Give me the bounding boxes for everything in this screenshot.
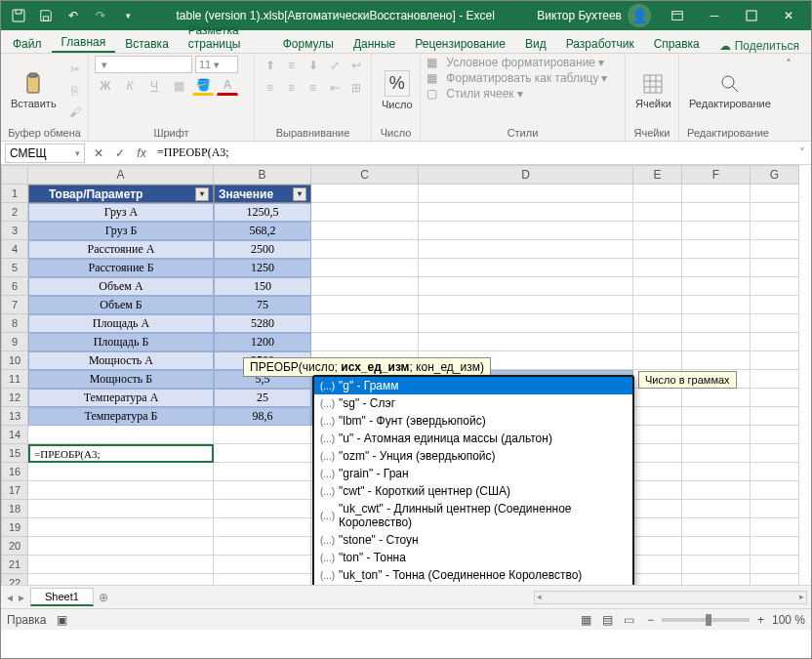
row-header[interactable]: 19 [1,518,28,537]
copy-icon[interactable]: ⎘ [64,81,86,101]
dropdown-item[interactable]: (...)"cwt" - Короткий центнер (США) [314,482,632,500]
cell[interactable] [682,537,751,556]
add-sheet-icon[interactable]: ⊕ [94,591,113,604]
cell[interactable] [682,203,751,222]
cell[interactable] [311,240,419,259]
cell[interactable] [682,222,751,240]
cell[interactable] [751,277,799,296]
col-header-g[interactable]: G [751,165,799,185]
cell[interactable] [633,222,682,240]
cell[interactable]: 5280 [214,314,311,333]
cell[interactable] [28,556,214,574]
cell[interactable] [633,240,682,259]
cell[interactable] [751,240,799,259]
cell[interactable] [682,518,751,537]
align-middle-icon[interactable]: ≡ [282,56,301,75]
cell[interactable] [311,277,419,296]
cell[interactable] [633,277,682,296]
dropdown-item[interactable]: (...)"ozm" - Унция (эвердьюпойс) [314,447,632,465]
cell[interactable] [28,518,214,537]
cell[interactable] [28,426,214,444]
cell[interactable] [214,426,311,444]
align-center-icon[interactable]: ≡ [282,78,301,98]
cell[interactable] [419,203,633,222]
fx-icon[interactable]: fx [132,144,151,163]
row-header[interactable]: 5 [1,259,28,277]
sheet-next-icon[interactable]: ▸ [19,591,24,604]
dropdown-item[interactable]: (...)"sg" - Слэг [314,394,632,412]
cell[interactable] [751,370,799,389]
collapse-ribbon-icon[interactable]: ˄ [777,54,800,141]
cell[interactable] [311,333,419,351]
minimize-icon[interactable]: ─ [696,2,733,29]
cell[interactable] [28,500,214,518]
tab-layout[interactable]: Разметка страницы [179,21,273,53]
filter-icon[interactable]: ▾ [293,187,306,201]
share-button[interactable]: ☁Поделиться [710,39,809,53]
sheet-nav[interactable]: ◂▸ [1,591,30,604]
cell[interactable] [682,556,751,574]
col-header-d[interactable]: D [419,165,633,185]
dropdown-item[interactable]: (...)"m" - Метр [314,584,632,585]
table-header[interactable]: Товар/Параметр▾ [28,185,214,203]
col-header-c[interactable]: C [311,165,419,185]
cell[interactable]: Расстояние А [28,240,214,259]
page-layout-view-icon[interactable]: ▤ [598,612,618,628]
indent-dec-icon[interactable]: ⇤ [325,78,344,98]
cell[interactable]: 1250,5 [214,203,311,222]
redo-icon[interactable]: ↷ [87,2,114,29]
cell[interactable] [682,463,751,481]
cell[interactable] [214,444,311,463]
name-box[interactable]: СМЕЩ▾ [5,144,85,163]
col-header-a[interactable]: A [28,165,214,185]
conditional-format-button[interactable]: ▦ Условное форматирование ▾ [426,56,619,69]
tab-view[interactable]: Вид [515,34,556,53]
cell[interactable] [633,500,682,518]
dropdown-item[interactable]: (...)"uk_cwt" - Длинный центнер (Соедине… [314,500,632,531]
dropdown-item[interactable]: (...)"g" - Грамм [314,377,632,394]
cell[interactable] [751,426,799,444]
row-header[interactable]: 10 [1,351,28,370]
row-header[interactable]: 12 [1,389,28,407]
cell[interactable] [311,259,419,277]
cell[interactable] [751,518,799,537]
unit-autocomplete-dropdown[interactable]: (...)"g" - Грамм(...)"sg" - Слэг(...)"lb… [312,375,634,585]
accept-formula-icon[interactable]: ✓ [110,144,130,163]
cell[interactable] [214,500,311,518]
zoom-in-icon[interactable]: + [757,613,764,627]
cell[interactable] [311,314,419,333]
cell[interactable]: Объем Б [28,296,214,314]
col-header-e[interactable]: E [633,165,682,185]
dropdown-item[interactable]: (...)"u" - Атомная единица массы (дальто… [314,430,632,447]
font-color-icon[interactable]: А [217,76,238,96]
cell[interactable] [419,296,633,314]
horizontal-scrollbar[interactable]: ◂▸ [534,591,807,604]
format-as-table-button[interactable]: ▦ Форматировать как таблицу ▾ [426,71,619,85]
cell[interactable]: 2500 [214,240,311,259]
cell[interactable] [682,314,751,333]
row-header[interactable]: 8 [1,314,28,333]
user-account[interactable]: Виктор Бухтеев 👤 [529,4,659,27]
cell[interactable] [28,574,214,585]
undo-icon[interactable]: ↶ [60,2,87,29]
cell[interactable] [751,259,799,277]
align-right-icon[interactable]: ≡ [304,78,322,98]
fill-color-icon[interactable]: 🪣 [192,76,214,96]
cell[interactable] [633,556,682,574]
font-select[interactable]: ▾ [95,56,192,73]
cell[interactable] [214,537,311,556]
cell[interactable] [311,203,419,222]
cell[interactable] [751,463,799,481]
cell[interactable] [633,389,682,407]
number-format-button[interactable]: %Число [378,68,417,112]
cell[interactable]: 568,2 [214,222,311,240]
cell[interactable] [751,481,799,500]
cell[interactable]: =ПРЕОБР(A3; [28,444,214,463]
cell[interactable] [28,463,214,481]
dropdown-item[interactable]: (...)"ton" - Тонна [314,549,632,566]
dropdown-item[interactable]: (...)"stone" - Стоун [314,531,632,549]
cell[interactable] [311,222,419,240]
cell[interactable] [214,463,311,481]
merge-icon[interactable]: ⊞ [346,78,365,98]
row-header[interactable]: 11 [1,370,28,389]
